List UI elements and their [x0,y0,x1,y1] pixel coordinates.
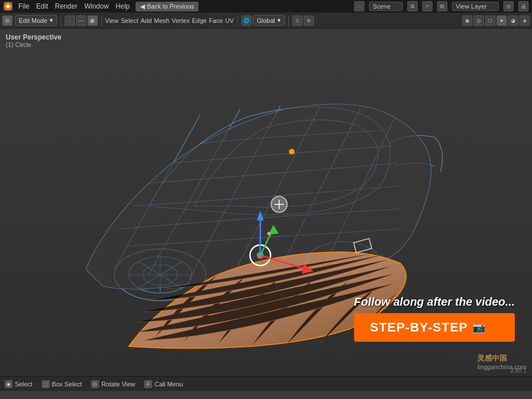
svg-point-32 [289,149,295,155]
select-status: ◉ Select [5,380,33,388]
layers-icon: ⊞ [437,1,447,11]
step-by-step-label: STEP-BY-STEP [370,320,468,335]
view-menu-label[interactable]: View [105,17,119,24]
dropdown-arrow-icon: ▾ [50,17,53,24]
add-scene-icon[interactable]: + [422,1,432,11]
object-name-label: (1) Circle [6,41,61,48]
editor-type-icon[interactable]: ⊞ [2,15,13,26]
orientation-icon: 🌐 [241,15,252,26]
menu-help[interactable]: Help [116,2,130,10]
solid-view-icon[interactable]: ● [497,15,507,26]
material-view-icon[interactable]: ◕ [508,15,518,26]
face-menu-label[interactable]: Face [209,17,223,24]
call-menu-status: F Call Menu [144,380,183,388]
select-mode-group: · — ▣ [65,15,98,26]
middle-mouse-icon: ⊙ [91,380,99,388]
vertex-menu-label[interactable]: Vertex [172,17,189,24]
output-properties-icon[interactable]: 🖨 [518,1,529,11]
svg-point-33 [267,232,271,235]
top-bar-right-section: 🎥 Scene ⧉ + ⊞ View Layer ◎ 🖨 [354,1,529,11]
divider-1 [61,15,61,26]
xray-icon[interactable]: ◎ [474,15,484,26]
divider-2 [101,15,102,26]
viewport-info: User Perspective (1) Circle [6,33,61,48]
3d-viewport[interactable]: User Perspective (1) Circle Follow along… [0,29,532,376]
left-mouse-icon: ◉ [5,380,13,388]
render-properties-icon[interactable]: ◎ [503,1,514,11]
snapping-group: ⊙ ⊚ [292,15,314,26]
box-select-icon: ⬚ [42,380,50,388]
global-dropdown[interactable]: Global ▾ [253,15,285,26]
edge-menu-label[interactable]: Edge [192,17,207,24]
scene-dropdown[interactable]: Scene [369,2,403,11]
mode-label: Edit Mode [19,17,47,24]
magnet-icon[interactable]: ⊙ [292,15,303,26]
call-menu-icon: F [144,380,152,388]
status-bar: ◉ Select ⬚ Box Select ⊙ Rotate View F Ca… [0,376,532,391]
box-select-label: Box Select [52,381,82,388]
render-view-icon[interactable]: ◈ [519,15,530,26]
transform-orientation-group: 🌐 Global ▾ [241,15,285,26]
camera-icon: 📷 [473,321,486,334]
menu-render[interactable]: Render [55,2,77,10]
wireframe-icon[interactable]: ⬡ [485,15,495,26]
camera-icon: 🎥 [354,1,364,11]
divider-3 [237,15,238,26]
global-dropdown-arrow: ▾ [277,17,281,24]
proportional-edit-icon[interactable]: ⊚ [304,15,314,26]
edit-mode-dropdown[interactable]: Edit Mode ▾ [15,15,57,26]
follow-along-text: Follow along after the video... [354,295,515,309]
rotate-label: Rotate View [101,381,135,388]
menu-edit[interactable]: Edit [36,2,48,10]
select-menu-label[interactable]: Select [121,17,138,24]
back-to-previous-button[interactable]: ◀ Back to Previous [136,2,199,11]
step-by-step-button[interactable]: STEP-BY-STEP 📷 [354,313,515,342]
version-label: 2.90.1 [510,368,526,374]
select-label: Select [15,381,33,388]
rotate-status: ⊙ Rotate View [91,380,135,388]
copy-scene-icon[interactable]: ⧉ [407,1,418,11]
top-menu: File Edit Render Window Help [18,2,130,10]
box-select-status: ⬚ Box Select [42,380,82,388]
svg-point-1 [6,5,10,8]
editor-toolbar: ⊞ Edit Mode ▾ · — ▣ View Select Add Mesh… [0,13,532,29]
uv-menu-label[interactable]: UV [225,17,234,24]
edge-mode-icon[interactable]: — [76,15,86,26]
right-toolbar-icons: ◉ ◎ ⬡ ● ◕ ◈ [462,15,530,26]
menu-file[interactable]: File [18,2,29,10]
viewlayer-dropdown[interactable]: View Layer [452,2,499,11]
menu-window[interactable]: Window [84,2,109,10]
back-arrow-icon: ◀ [140,3,145,10]
blender-logo-icon [3,2,13,11]
cta-overlay: Follow along after the video... STEP-BY-… [354,295,515,342]
system-bar: File Edit Render Window Help ◀ Back to P… [0,0,532,13]
add-menu-label[interactable]: Add [141,17,152,24]
divider-4 [288,15,289,26]
face-mode-icon[interactable]: ▣ [88,15,98,26]
overlay-icon[interactable]: ◉ [462,15,473,26]
mesh-menu-label[interactable]: Mesh [154,17,169,24]
call-menu-label: Call Menu [154,381,183,388]
vertex-mode-icon[interactable]: · [65,15,75,26]
perspective-label: User Perspective [6,33,61,41]
